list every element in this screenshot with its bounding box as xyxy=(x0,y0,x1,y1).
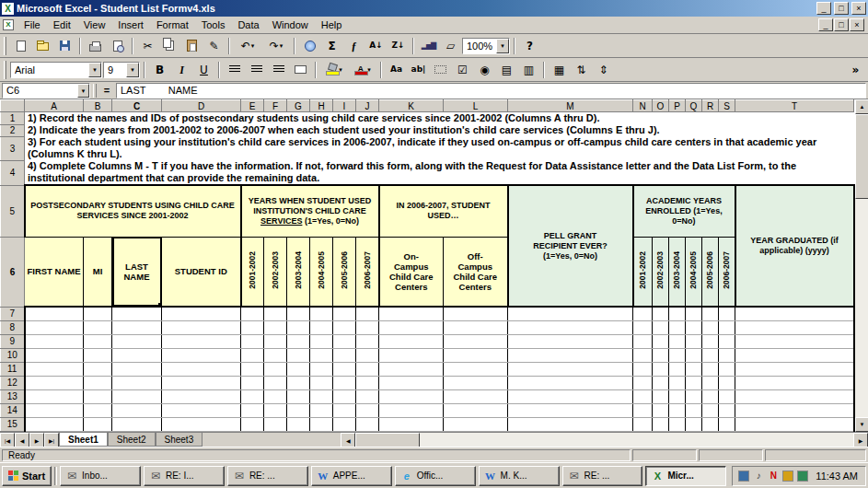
name-box-dropdown-icon[interactable]: ▼ xyxy=(77,84,89,98)
cell-O15[interactable] xyxy=(653,417,669,431)
cell-T14[interactable] xyxy=(735,403,854,417)
cell-J12[interactable] xyxy=(356,376,379,389)
cell-F9[interactable] xyxy=(264,334,287,348)
cell-R10[interactable] xyxy=(702,348,719,362)
column-header-B[interactable]: B xyxy=(84,100,112,112)
row-header-15[interactable]: 15 xyxy=(1,417,25,431)
cell-E7[interactable] xyxy=(241,307,264,320)
instruction-2[interactable]: 2) Indicate the years from 2001-2002 to … xyxy=(25,124,854,136)
header-students-group[interactable]: POSTSECONDARY STUDENTS USING CHILD CARE … xyxy=(25,185,241,237)
workbook-icon[interactable]: X xyxy=(3,19,14,30)
cell-A13[interactable] xyxy=(25,389,84,403)
column-header-T[interactable]: T xyxy=(735,100,854,112)
cell-C9[interactable] xyxy=(112,334,162,348)
open-button[interactable] xyxy=(32,36,53,55)
scroll-down-button[interactable]: ▼ xyxy=(855,417,868,432)
drawing-button[interactable]: ▱ xyxy=(440,36,461,55)
cell-H10[interactable] xyxy=(310,348,333,362)
cell-E15[interactable] xyxy=(241,417,264,431)
row-header-5[interactable]: 5 xyxy=(1,185,25,237)
cell-D14[interactable] xyxy=(162,403,241,417)
cell-T9[interactable] xyxy=(735,334,854,348)
header-graduated-group[interactable]: YEAR GRADUATED (if applicable) (yyyy) xyxy=(735,185,854,307)
cell-P9[interactable] xyxy=(669,334,686,348)
taskbar-item[interactable]: ✉Inbo... xyxy=(60,466,141,486)
cell-I15[interactable] xyxy=(333,417,356,431)
workbook-minimize-button[interactable]: _ xyxy=(818,18,833,31)
cell-N12[interactable] xyxy=(633,376,653,389)
cell-P14[interactable] xyxy=(669,403,686,417)
cell-C13[interactable] xyxy=(112,389,162,403)
header-pell-group[interactable]: PELL GRANT RECIPIENT EVER? (1=Yes, 0=No) xyxy=(508,185,633,307)
instruction-1[interactable]: 1) Record the names and IDs of postsecon… xyxy=(25,112,854,125)
workbook-restore-button[interactable]: □ xyxy=(834,18,849,31)
cell-E13[interactable] xyxy=(241,389,264,403)
cell-Q8[interactable] xyxy=(686,320,702,334)
cell-E8[interactable] xyxy=(241,320,264,334)
edit-box-control-button[interactable]: ab| xyxy=(408,60,429,79)
column-header-G[interactable]: G xyxy=(287,100,310,112)
cell-T15[interactable] xyxy=(735,417,854,431)
cell-Q14[interactable] xyxy=(686,403,702,417)
header-in-2006-group[interactable]: IN 2006-2007, STUDENT USED… xyxy=(379,185,508,237)
insert-hyperlink-button[interactable] xyxy=(299,36,320,55)
checkbox-control-button[interactable]: ☑ xyxy=(452,60,473,79)
cell-N11[interactable] xyxy=(633,362,653,376)
save-button[interactable] xyxy=(54,36,75,55)
cell-B14[interactable] xyxy=(84,403,112,417)
column-header-Q[interactable]: Q xyxy=(686,100,702,112)
tray-icon-4[interactable] xyxy=(782,471,793,482)
cell-H12[interactable] xyxy=(310,376,333,389)
cell-K11[interactable] xyxy=(379,362,444,376)
row-header-2[interactable]: 2 xyxy=(1,124,25,136)
scrollbar-control-button[interactable]: ⇕ xyxy=(593,60,614,79)
cell-N13[interactable] xyxy=(633,389,653,403)
column-header-C[interactable]: C xyxy=(112,100,162,112)
cell-O13[interactable] xyxy=(653,389,669,403)
merge-and-center-button[interactable] xyxy=(290,60,311,79)
copy-button[interactable] xyxy=(159,36,180,55)
column-header-F[interactable]: F xyxy=(264,100,287,112)
header-year-used-2004-2005[interactable]: 2004-2005 xyxy=(310,237,333,307)
cell-B9[interactable] xyxy=(84,334,112,348)
cell-Q9[interactable] xyxy=(686,334,702,348)
header-year-enrolled-2003-2004[interactable]: 2003-2004 xyxy=(669,237,686,307)
cell-C15[interactable] xyxy=(112,417,162,431)
column-header-N[interactable]: N xyxy=(633,100,653,112)
cell-H7[interactable] xyxy=(310,307,333,320)
header-year-enrolled-2002-2003[interactable]: 2002-2003 xyxy=(653,237,669,307)
taskbar-item[interactable]: ✉RE: I... xyxy=(144,466,225,486)
cell-P12[interactable] xyxy=(669,376,686,389)
cell-K15[interactable] xyxy=(379,417,444,431)
cell-I13[interactable] xyxy=(333,389,356,403)
horizontal-scroll-track[interactable] xyxy=(420,433,853,447)
header-year-enrolled-2004-2005[interactable]: 2004-2005 xyxy=(686,237,702,307)
cell-G7[interactable] xyxy=(287,307,310,320)
cell-F7[interactable] xyxy=(264,307,287,320)
menu-format[interactable]: Format xyxy=(150,17,195,32)
header-mi[interactable]: MI xyxy=(84,237,112,307)
cell-D9[interactable] xyxy=(162,334,241,348)
horizontal-scrollbar[interactable]: ◀ ▶ xyxy=(341,433,868,447)
menu-view[interactable]: View xyxy=(77,17,112,32)
cell-A9[interactable] xyxy=(25,334,84,348)
control-grid-button[interactable]: ▦ xyxy=(549,60,570,79)
maximize-button[interactable]: □ xyxy=(834,2,849,15)
cell-K13[interactable] xyxy=(379,389,444,403)
taskbar-item[interactable]: eOffic... xyxy=(395,466,476,486)
sort-descending-button[interactable]: Z↓ xyxy=(388,36,409,55)
cell-R9[interactable] xyxy=(702,334,719,348)
undo-button[interactable]: ↶▾ xyxy=(234,36,261,55)
header-year-enrolled-2001-2002[interactable]: 2001-2002 xyxy=(633,237,653,307)
close-button[interactable]: × xyxy=(851,2,866,15)
cell-O9[interactable] xyxy=(653,334,669,348)
header-year-enrolled-2006-2007[interactable]: 2006-2007 xyxy=(719,237,735,307)
cell-M7[interactable] xyxy=(508,307,633,320)
header-year-enrolled-2005-2006[interactable]: 2005-2006 xyxy=(702,237,719,307)
cell-I9[interactable] xyxy=(333,334,356,348)
cell-M11[interactable] xyxy=(508,362,633,376)
row-header-3[interactable]: 3 xyxy=(1,136,25,160)
sheet-tab-sheet2[interactable]: Sheet2 xyxy=(108,433,156,447)
cell-A14[interactable] xyxy=(25,403,84,417)
cell-D12[interactable] xyxy=(162,376,241,389)
